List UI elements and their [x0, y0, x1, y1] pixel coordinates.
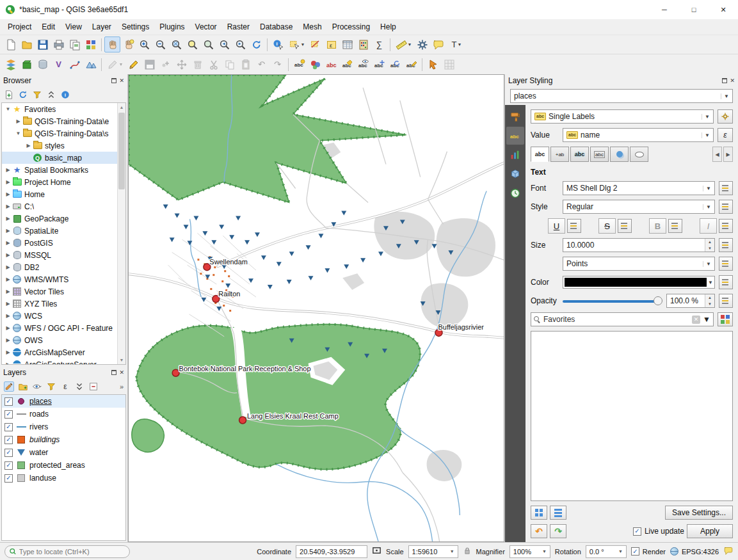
menu-mesh[interactable]: Mesh — [298, 20, 326, 33]
filter-by-expression-button[interactable]: ε — [60, 381, 70, 392]
browser-close-button[interactable]: ✕ — [119, 78, 124, 84]
browser-collapse-all-button[interactable] — [46, 90, 56, 100]
zoom-next-button[interactable] — [232, 36, 248, 52]
menu-raster[interactable]: Raster — [222, 20, 255, 33]
menu-edit[interactable]: Edit — [36, 20, 60, 33]
menu-project[interactable]: Project — [3, 20, 36, 33]
browser-item-training-data-s[interactable]: ▼QGIS-Training-Data\s — [2, 127, 125, 140]
messages-button[interactable] — [723, 546, 734, 557]
identify-features-button[interactable]: i — [270, 36, 286, 52]
layer-diagram-options-button[interactable] — [307, 56, 323, 72]
apply-button[interactable]: Apply — [687, 524, 733, 538]
add-group-button[interactable] — [18, 381, 28, 392]
opacity-override-button[interactable] — [719, 294, 733, 308]
layer-checkbox[interactable]: ✓ — [4, 461, 13, 470]
browser-item-project-home[interactable]: ▶Project Home — [2, 176, 125, 188]
strikethrough-override-button[interactable] — [618, 219, 632, 233]
processing-toolbox-button[interactable] — [414, 36, 430, 52]
browser-item-wms[interactable]: ▶WMS/WMTS — [2, 273, 125, 285]
map-canvas[interactable]: Swellendam Railton Buffeljagsrivier Bont… — [128, 74, 504, 542]
zoom-in-button[interactable] — [136, 36, 152, 52]
layer-labeling-options-button[interactable]: abc — [291, 56, 307, 72]
layer-checkbox[interactable]: ✓ — [4, 436, 13, 444]
show-hide-labels-button[interactable]: abc — [355, 56, 371, 72]
refresh-map-button[interactable] — [248, 36, 264, 52]
locate-search-box[interactable] — [4, 545, 130, 558]
cut-features-button[interactable] — [205, 56, 221, 72]
expand-all-button[interactable] — [74, 381, 84, 392]
current-edits-button[interactable]: ▼ — [104, 56, 125, 72]
menu-view[interactable]: View — [60, 20, 87, 33]
move-feature-button[interactable] — [173, 56, 189, 72]
save-project-button[interactable] — [35, 36, 51, 52]
browser-item-vector-tiles[interactable]: ▶Vector Tiles — [2, 285, 125, 298]
browser-item-wcs[interactable]: ▶WCS — [2, 310, 125, 322]
zoom-full-button[interactable] — [168, 36, 184, 52]
locate-input[interactable] — [19, 548, 125, 556]
underline-override-button[interactable] — [567, 219, 581, 233]
layer-row-rivers[interactable]: ✓rivers — [2, 420, 125, 433]
coordinate-box[interactable]: 20.5409,-33.9529 — [296, 545, 367, 558]
new-spatialite-layer-button[interactable] — [35, 56, 51, 72]
browser-properties-button[interactable]: i — [60, 90, 70, 100]
color-override-button[interactable] — [719, 275, 733, 289]
pointer-tool-button[interactable] — [425, 56, 441, 72]
font-override-button[interactable] — [719, 181, 733, 195]
toggle-editing-button[interactable] — [125, 56, 141, 72]
layer-checkbox[interactable]: ✓ — [4, 397, 13, 406]
filter-legend-button[interactable] — [46, 381, 56, 392]
deselect-features-button[interactable] — [307, 36, 323, 52]
italic-override-button[interactable] — [719, 219, 733, 233]
font-color-button[interactable]: ▼ — [563, 276, 715, 289]
list-view-button[interactable] — [550, 506, 566, 520]
browser-item-xyz-tiles[interactable]: ▶XYZ Tiles — [2, 298, 125, 310]
size-override-button[interactable] — [719, 238, 733, 252]
new-virtual-layer-button[interactable] — [67, 56, 83, 72]
select-by-expression-button[interactable]: ε — [323, 36, 339, 52]
browser-item-mssql[interactable]: ▶MSSQL — [2, 249, 125, 261]
extents-button[interactable] — [372, 546, 381, 557]
maximize-button[interactable]: □ — [679, 0, 709, 19]
browser-add-layer-button[interactable] — [4, 90, 14, 100]
tabs-scroll-left-button[interactable]: ◀ — [712, 147, 722, 162]
italic-button[interactable]: I — [700, 218, 717, 234]
shadow-tab[interactable] — [610, 147, 629, 162]
browser-item-styles[interactable]: ▶styles — [2, 140, 125, 152]
styling-float-button[interactable] — [722, 78, 727, 83]
new-project-button[interactable] — [3, 36, 19, 52]
expression-builder-button[interactable]: ε — [718, 128, 733, 142]
bold-override-button[interactable] — [668, 219, 682, 233]
clear-search-icon[interactable]: ✕ — [692, 316, 700, 324]
browser-item-geopackage[interactable]: ▶GeoPackage — [2, 212, 125, 225]
browser-item-db2[interactable]: ▶DB2 — [2, 261, 125, 273]
close-button[interactable]: ✕ — [709, 0, 738, 19]
pan-map-button[interactable] — [104, 36, 120, 52]
browser-item-arcgis-feature-server[interactable]: ▶ArcGisFeatureServer — [2, 358, 125, 365]
add-feature-button[interactable] — [157, 56, 173, 72]
browser-item-ows[interactable]: ▶OWS — [2, 334, 125, 346]
render-checkbox[interactable]: ✓Render — [631, 547, 666, 556]
change-label-properties-button[interactable]: abc — [403, 56, 419, 72]
icon-view-button[interactable] — [531, 506, 547, 520]
layer-checkbox[interactable]: ✓ — [4, 423, 13, 431]
layout-manager-button[interactable] — [67, 36, 83, 52]
zoom-to-selection-button[interactable] — [184, 36, 200, 52]
undo-button[interactable]: ↶ — [253, 56, 269, 72]
menu-vector[interactable]: Vector — [190, 20, 222, 33]
select-features-button[interactable]: ▼ — [286, 36, 307, 52]
browser-refresh-button[interactable] — [18, 90, 28, 100]
layer-row-water[interactable]: ✓water — [2, 446, 125, 459]
font-select[interactable]: MS Shell Dlg 2▼ — [563, 181, 715, 195]
browser-float-button[interactable] — [111, 78, 116, 83]
style-override-button[interactable] — [719, 200, 733, 214]
layers-close-button[interactable]: ✕ — [119, 370, 124, 376]
delete-selected-button[interactable] — [189, 56, 205, 72]
new-print-layout-button[interactable] — [51, 36, 67, 52]
save-layer-edits-button[interactable] — [141, 56, 157, 72]
pan-to-selection-button[interactable] — [120, 36, 136, 52]
styling-undo-button[interactable]: ↶ — [531, 524, 547, 538]
redo-button[interactable]: ↷ — [269, 56, 285, 72]
text-annotation-button[interactable]: T▼ — [446, 36, 467, 52]
map-annotation-button[interactable] — [430, 36, 446, 52]
strikethrough-button[interactable]: S — [598, 218, 616, 234]
